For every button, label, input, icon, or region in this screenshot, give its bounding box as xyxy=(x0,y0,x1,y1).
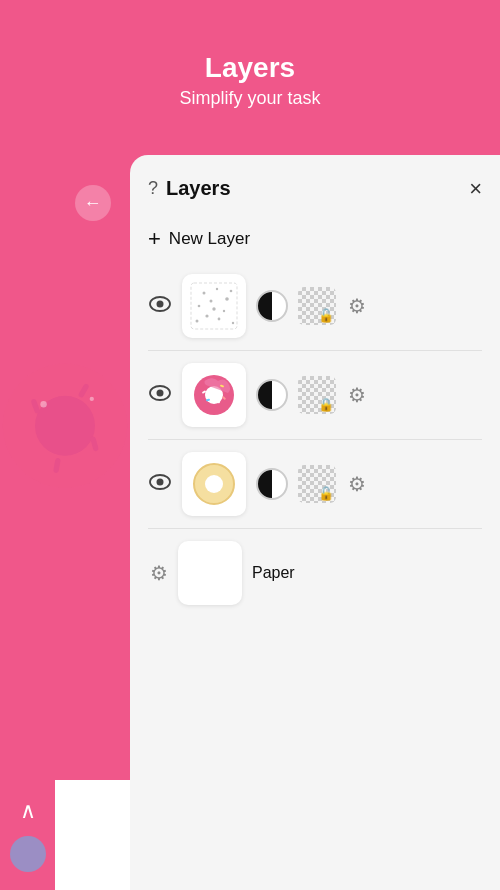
paper-thumbnail[interactable] xyxy=(178,541,242,605)
lock-open-icon2: 🔒 xyxy=(318,397,334,412)
blend-mode-layer1[interactable] xyxy=(256,290,288,322)
panel-header: ? Layers × xyxy=(148,177,482,200)
back-button[interactable]: ← xyxy=(75,185,111,221)
new-layer-label: New Layer xyxy=(169,229,250,249)
page-title: Layers xyxy=(0,52,500,84)
layer-row: 🔒 ⚙ xyxy=(148,355,482,435)
layer2-thumbnail[interactable] xyxy=(182,363,246,427)
lock-layer3[interactable]: 🔓 xyxy=(298,465,336,503)
gear-icon-layer1[interactable]: ⚙ xyxy=(348,294,366,318)
lock-layer2[interactable]: 🔒 xyxy=(298,376,336,414)
eye-icon-layer3[interactable] xyxy=(148,474,172,495)
svg-rect-10 xyxy=(189,281,239,331)
svg-point-15 xyxy=(210,300,213,303)
svg-point-11 xyxy=(203,292,206,295)
avatar[interactable] xyxy=(10,836,46,872)
gear-icon-paper[interactable]: ⚙ xyxy=(150,561,168,585)
eye-icon-layer2[interactable] xyxy=(148,385,172,406)
svg-point-21 xyxy=(232,322,234,324)
header: Layers Simplify your task xyxy=(0,0,500,139)
blend-mode-layer2[interactable] xyxy=(256,379,288,411)
svg-point-16 xyxy=(223,310,225,312)
svg-point-25 xyxy=(157,389,164,396)
svg-point-20 xyxy=(196,320,199,323)
gear-icon-layer2[interactable]: ⚙ xyxy=(348,383,366,407)
bottom-left-strip: ∧ xyxy=(0,780,55,890)
left-strip: ← xyxy=(55,155,130,890)
plus-icon: + xyxy=(148,228,161,250)
svg-point-9 xyxy=(157,300,164,307)
page-subtitle: Simplify your task xyxy=(0,88,500,109)
divider2 xyxy=(148,439,482,440)
help-icon[interactable]: ? xyxy=(148,178,158,199)
eye-icon-layer1[interactable] xyxy=(148,296,172,317)
paper-row: ⚙ Paper xyxy=(148,533,482,613)
svg-point-13 xyxy=(225,297,229,301)
new-layer-button[interactable]: + New Layer xyxy=(148,218,482,260)
svg-rect-2 xyxy=(30,398,40,414)
lock-open-icon3: 🔓 xyxy=(318,486,334,501)
divider xyxy=(148,350,482,351)
layer-row: 🔓 ⚙ xyxy=(148,266,482,346)
layers-panel: ? Layers × + New Layer xyxy=(130,155,500,890)
svg-point-12 xyxy=(216,288,218,290)
chevron-up-button[interactable]: ∧ xyxy=(20,798,36,824)
svg-point-6 xyxy=(40,401,46,407)
svg-point-38 xyxy=(205,475,223,493)
svg-point-19 xyxy=(230,290,233,293)
back-icon: ← xyxy=(84,193,102,214)
divider3 xyxy=(148,528,482,529)
gear-icon-layer3[interactable]: ⚙ xyxy=(348,472,366,496)
layer3-thumbnail[interactable] xyxy=(182,452,246,516)
svg-point-22 xyxy=(212,307,215,310)
panel-title: Layers xyxy=(166,177,231,200)
panel-header-left: ? Layers xyxy=(148,177,231,200)
blend-mode-layer3[interactable] xyxy=(256,468,288,500)
layer1-thumbnail[interactable] xyxy=(182,274,246,338)
svg-point-14 xyxy=(198,305,201,308)
close-button[interactable]: × xyxy=(469,178,482,200)
svg-point-18 xyxy=(218,318,221,321)
lock-layer1[interactable]: 🔓 xyxy=(298,287,336,325)
paper-label: Paper xyxy=(252,564,295,582)
lock-open-icon: 🔓 xyxy=(318,308,334,323)
svg-point-17 xyxy=(205,314,208,317)
layer-row: 🔓 ⚙ xyxy=(148,444,482,524)
svg-point-35 xyxy=(157,478,164,485)
